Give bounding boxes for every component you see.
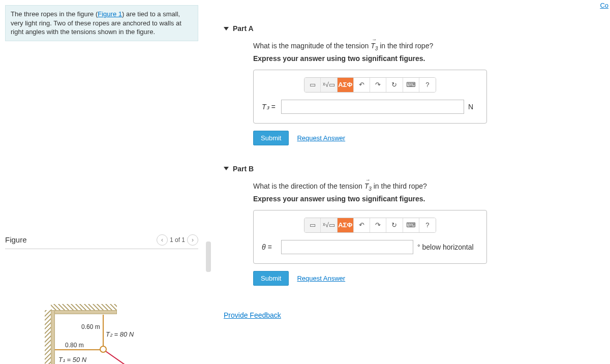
part-b-header[interactable]: Part B	[224, 161, 600, 177]
part-b-instruction: Express your answer using two significan…	[253, 195, 600, 203]
vector-t3-icon: T3	[371, 42, 378, 51]
caret-down-icon	[224, 167, 229, 170]
part-b-answer-label: θ =	[262, 243, 277, 251]
part-b-answer-input[interactable]	[281, 240, 413, 254]
figure-prev-button[interactable]: ‹	[157, 234, 168, 246]
part-a-toolbar: ▭ ᵡ√▭ ΑΣΦ ↶ ↷ ↻ ⌨ ?	[304, 77, 436, 93]
part-b-title: Part B	[233, 165, 254, 173]
part-a-submit-button[interactable]: Submit	[253, 131, 289, 145]
part-b-q-text-a: What is the direction of the tension	[253, 182, 364, 190]
redo-button[interactable]: ↷	[370, 78, 386, 92]
part-a-q-text-a: What is the magnitude of the tension	[253, 42, 371, 50]
part-b-question: What is the direction of the tension T3 …	[253, 182, 600, 192]
part-a-answer-unit: N	[468, 103, 478, 111]
greek-symbols-button[interactable]: ΑΣΦ	[338, 218, 354, 232]
figure-canvas: 0.80 m 0.60 m T₁ = 50 N T₂ = 80 N T⃗₃	[5, 259, 198, 364]
figure-pager: ‹ 1 of 1 ›	[157, 234, 198, 246]
part-b-answer-box: ▭ ᵡ√▭ ΑΣΦ ↶ ↷ ↻ ⌨ ? θ = ° below horizont…	[253, 210, 487, 264]
undo-button[interactable]: ↶	[354, 78, 370, 92]
part-a-request-answer[interactable]: Request Answer	[297, 134, 345, 142]
root-template-button[interactable]: ᵡ√▭	[321, 218, 337, 232]
part-a: Part A What is the magnitude of the tens…	[224, 20, 600, 145]
redo-button[interactable]: ↷	[370, 218, 386, 232]
template-button[interactable]: ▭	[304, 78, 321, 92]
part-a-question: What is the magnitude of the tension T3 …	[253, 42, 600, 51]
vector-t3-icon: T3	[364, 182, 372, 192]
keyboard-button[interactable]: ⌨	[403, 218, 419, 232]
part-b-submit-button[interactable]: Submit	[253, 271, 289, 286]
figure-dim-vertical: 0.60 m	[81, 323, 100, 330]
root-template-button[interactable]: ᵡ√▭	[321, 78, 337, 92]
figure-pager-text: 1 of 1	[170, 236, 185, 244]
reset-button[interactable]: ↻	[386, 218, 403, 232]
help-button[interactable]: ?	[419, 78, 436, 92]
undo-button[interactable]: ↶	[354, 218, 370, 232]
help-button[interactable]: ?	[419, 218, 436, 232]
part-b-q-text-b: in the third rope?	[372, 182, 427, 190]
part-b-toolbar: ▭ ᵡ√▭ ΑΣΦ ↶ ↷ ↻ ⌨ ?	[304, 218, 436, 233]
part-a-q-text-b: in the third rope?	[378, 42, 433, 50]
part-b: Part B What is the direction of the tens…	[224, 161, 600, 286]
figure-t2-label: T₂ = 80 N	[106, 330, 134, 338]
provide-feedback-link[interactable]: Provide Feedback	[224, 311, 281, 319]
part-a-answer-input[interactable]	[281, 100, 464, 114]
figure-dim-horizontal: 0.80 m	[65, 342, 84, 349]
problem-text-before: The three ropes in the figure (	[11, 10, 98, 18]
caret-down-icon	[224, 27, 229, 31]
greek-symbols-button[interactable]: ΑΣΦ	[338, 78, 354, 92]
figure-link[interactable]: Figure 1	[98, 10, 122, 18]
figure-scrollbar[interactable]	[206, 241, 211, 272]
problem-statement: The three ropes in the figure (Figure 1)…	[5, 5, 198, 41]
figure-t1-label: T₁ = 50 N	[58, 356, 86, 363]
part-b-request-answer[interactable]: Request Answer	[297, 275, 345, 282]
keyboard-button[interactable]: ⌨	[403, 78, 419, 92]
template-button[interactable]: ▭	[304, 218, 321, 232]
part-a-answer-box: ▭ ᵡ√▭ ΑΣΦ ↶ ↷ ↻ ⌨ ? T₃ = N	[253, 70, 487, 124]
part-a-title: Part A	[233, 24, 254, 33]
course-link[interactable]: Co	[600, 2, 608, 9]
figure-title: Figure	[5, 235, 27, 244]
part-a-header[interactable]: Part A	[224, 20, 600, 37]
part-a-instruction: Express your answer using two significan…	[253, 54, 600, 63]
reset-button[interactable]: ↻	[386, 78, 403, 92]
figure-next-button[interactable]: ›	[187, 234, 198, 246]
part-a-answer-label: T₃ =	[262, 103, 277, 111]
part-b-answer-unit: ° below horizontal	[417, 243, 478, 251]
